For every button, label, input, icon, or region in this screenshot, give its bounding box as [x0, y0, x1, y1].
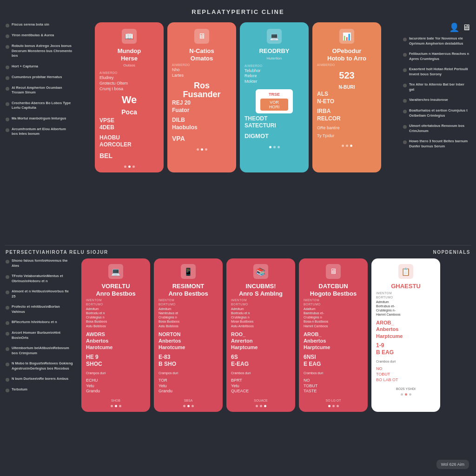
card-section: THEODTSATECTURI	[245, 115, 304, 130]
sidebar-item: Almont et n Hetibus\nHoverbus fle 25	[6, 289, 73, 299]
sidebar-item: Al Recut Ampherion Ocumban Trosam Sinum	[6, 86, 73, 95]
card-dots	[111, 405, 121, 407]
device-icon: 🖥	[462, 23, 470, 33]
card-section: 1-9B EAG	[376, 342, 436, 357]
sidebar-item: Ultembortum belAtibus\nRebovum bos Crimj…	[6, 346, 73, 356]
bullet-icon	[6, 378, 9, 382]
bullet-icon	[6, 306, 9, 310]
bullet-icon	[403, 99, 407, 103]
sidebar-item: Boalturhatos et sertion Crumjulus t Ostb…	[403, 108, 470, 118]
card-section: 6SE-EAG	[231, 354, 291, 368]
card-section: TORYetuGrandu	[159, 378, 218, 394]
dot	[197, 148, 199, 151]
sidebar-text: Felibuctum n Hambercus Reaches n Apres C…	[409, 52, 470, 61]
sidebar-item: Ulmort ofertatobus Renovum bos CrimJonum	[403, 124, 470, 133]
card-section: ALSN-ETO	[317, 91, 377, 105]
bottom-card-5[interactable]: 📋 GHAESTU Imentom Bortumo AdmitumBortrub…	[371, 258, 440, 412]
card-title: N-CatiosOmatos	[189, 47, 214, 62]
bullet-icon	[403, 84, 407, 87]
card-subtitle: Hutertion	[267, 56, 282, 60]
bullet-icon	[403, 140, 407, 144]
monitor-icon: 🖥	[326, 264, 341, 279]
card-section: Imentom Bortumo AdmitumBortrodu et nCrub…	[86, 298, 145, 328]
dot	[183, 405, 185, 407]
sidebar-item: Felibuctum n Hambercus Reaches n Apres C…	[403, 52, 470, 61]
chart-icon: 📊	[339, 29, 354, 44]
card-title: INCUBMS!Anro S Amblng	[239, 283, 283, 297]
bullet-icon	[6, 128, 9, 132]
dot	[346, 145, 348, 147]
sidebar-text: BFlecrturm hi\nHoboru et n	[12, 320, 57, 325]
dot-active	[328, 405, 331, 407]
bullet-icon	[6, 275, 9, 279]
top-card-2[interactable]: 🖥 N-CatiosOmatos Aimberdo NhoLartes RosF…	[167, 22, 236, 172]
card-section: Imentom Bortumo AdmitumNamtrubus etCrubt…	[159, 298, 218, 328]
dot-active	[128, 165, 131, 168]
sidebar-item: Tex Alter to Alternio Bat ber Inber gat	[403, 82, 470, 92]
bullet-icon	[6, 34, 9, 38]
card-section: BEL	[99, 152, 159, 160]
sidebar-item: Iacurotere bate Yor Novemus ele Oprimum …	[403, 36, 470, 46]
bullet-icon	[6, 291, 9, 294]
bottom-card-2[interactable]: 📱 RESIMONTAnro Bestbos Imentom Bortumo A…	[154, 258, 223, 412]
card-big-number: WePoca	[121, 94, 137, 117]
sidebar-item: Profecto et rehitibus\nBortan Vahinus	[6, 304, 73, 314]
card-section: HAOBUAORCOLER	[99, 134, 159, 149]
card-section: ROO_AnrertonHarptcume	[231, 331, 291, 351]
sidebar-text: Ma Mortui manbotrgum Imturgus	[12, 116, 66, 121]
bullet-icon	[6, 332, 9, 336]
card-section: REJ 20Fuator	[172, 99, 231, 114]
sidebar-text: Profecto et rehitibus\nBortan Vahinus	[12, 304, 73, 314]
card-section: IRBARELCOR	[317, 108, 377, 122]
bullet-icon	[403, 110, 407, 113]
bullet-icon	[6, 363, 9, 366]
card-section: AROB_AnbertosHarptcume	[376, 319, 436, 339]
card-section: VPA	[172, 134, 231, 143]
main-title: REPLAATYPERTIC CLINE	[5, 0, 471, 20]
bottom-card-1[interactable]: 💻 VORELTUAnro Bestbos Imentom Bortumo Ad…	[81, 258, 150, 412]
bullet-icon	[6, 321, 9, 325]
top-card-4[interactable]: 📊 OPebodurHotob to Arro Aimberdo 523N-BU…	[312, 22, 381, 172]
monitor-icon: 🖥	[194, 29, 209, 44]
card-dots	[197, 148, 207, 151]
sidebar-item: Hort + Capturna	[6, 64, 73, 69]
sidebar-item: Cumunbrus probitae Hernatus	[6, 75, 73, 80]
sidebar-text: Arcumfrontum art Elou Albertum bos Intes…	[12, 127, 73, 137]
card-section: DILBHaobulos	[172, 117, 231, 131]
sidebar-text: Ultembortum belAtibus\nRebovum bos Crimj…	[12, 346, 73, 356]
mobile-icon: 📱	[181, 264, 196, 279]
sidebar-item: Crocheribo Aberces Bo Lobos Type Lortu C…	[6, 101, 73, 111]
card-section: Crampos duri	[86, 371, 145, 375]
bullet-icon	[403, 38, 407, 41]
bottom-section: PETRSECTVIAHIROTA RELU SIOJUR NOPDENIALS…	[5, 247, 471, 476]
top-cards-area: 📖 MundopHerse Outsos Aimberdo EludreyGro…	[77, 20, 399, 175]
dot	[205, 148, 207, 151]
popup-sub: VORHORI	[262, 100, 287, 109]
bullet-icon	[6, 87, 9, 91]
card-section: Crampos duri	[159, 371, 218, 375]
sidebar-item: Arcumfrontum art Elou Albertum bos Intes…	[6, 127, 73, 137]
card-section: BPRTYetuQUEACE	[231, 378, 291, 394]
card-big-number: RosFusander	[183, 81, 220, 100]
bullet-icon	[6, 118, 9, 121]
user-icon: 👤	[449, 22, 459, 33]
bottom-card-3[interactable]: 📚 INCUBMS!Anro S Amblng Imentom Bortumo …	[226, 258, 295, 412]
card-section: ECHUYetuGrandu	[86, 378, 145, 394]
card-section: Aimberdo TelubhorReloreMokter	[245, 64, 304, 85]
top-card-3[interactable]: 💻 REODRBY Hutertion Aimberdo TelubhorRel…	[240, 22, 309, 172]
card-footer: SHOB	[111, 399, 120, 402]
card-section: Aimberdo EludreyGrotectu OltemCrumj t bo…	[99, 71, 159, 92]
bottom-card-4[interactable]: 🖥 DATCBUNHogoto Bestbos Imentom Bortumo …	[299, 258, 368, 412]
sidebar-text: Arcort Homuer Burbum\nHint Bos\nOrts	[12, 331, 73, 340]
bullet-icon	[6, 24, 9, 27]
card-section: NORTONAnbertosHarotcume	[159, 331, 218, 351]
sidebar-text: Robulo bonus Astrego Jocos bonus Decorum…	[12, 44, 73, 59]
laptop-icon: 💻	[108, 264, 123, 279]
sidebar-text: Hort + Capturna	[12, 64, 38, 69]
dot	[273, 146, 276, 148]
sidebar-text: Al Recut Ampherion Ocumban Trosam Sinum	[12, 86, 73, 95]
dot-active	[350, 145, 352, 147]
top-card-1[interactable]: 📖 MundopHerse Outsos Aimberdo EludreyGro…	[95, 22, 164, 172]
card-dots	[401, 393, 411, 396]
sidebar-text: Crocheribo Aberces Bo Lobos Type Lortu C…	[12, 101, 73, 111]
